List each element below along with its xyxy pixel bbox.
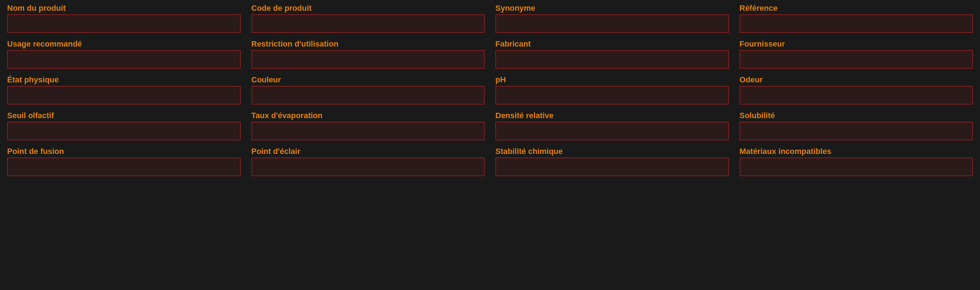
label-etat-physique: État physique bbox=[7, 75, 241, 84]
field-nom-produit: Nom du produit bbox=[7, 3, 241, 33]
label-solubilite: Solubilité bbox=[740, 111, 973, 120]
field-ph: pH bbox=[495, 75, 729, 105]
label-point-fusion: Point de fusion bbox=[7, 147, 241, 156]
field-etat-physique: État physique bbox=[7, 75, 241, 105]
label-materiaux-incompatibles: Matériaux incompatibles bbox=[740, 147, 973, 156]
input-ph[interactable] bbox=[495, 86, 729, 105]
input-fabricant[interactable] bbox=[495, 50, 729, 69]
label-reference: Référence bbox=[740, 3, 973, 13]
input-etat-physique[interactable] bbox=[7, 86, 241, 105]
input-nom-produit[interactable] bbox=[7, 14, 241, 33]
field-restriction-utilisation: Restriction d'utilisation bbox=[251, 39, 485, 69]
label-code-produit: Code de produit bbox=[251, 3, 485, 13]
field-fournisseur: Fournisseur bbox=[740, 39, 973, 69]
label-taux-evaporation: Taux d'évaporation bbox=[251, 111, 485, 120]
input-odeur[interactable] bbox=[740, 86, 973, 105]
input-code-produit[interactable] bbox=[251, 14, 485, 33]
field-seuil-olfactif: Seuil olfactif bbox=[7, 111, 241, 140]
field-synonyme: Synonyme bbox=[495, 3, 729, 33]
label-fournisseur: Fournisseur bbox=[740, 39, 973, 49]
label-ph: pH bbox=[495, 75, 729, 84]
input-fournisseur[interactable] bbox=[740, 50, 973, 69]
label-densite-relative: Densité relative bbox=[495, 111, 729, 120]
label-usage-recommande: Usage recommandé bbox=[7, 39, 241, 49]
field-stabilite-chimique: Stabilité chimique bbox=[495, 147, 729, 176]
field-taux-evaporation: Taux d'évaporation bbox=[251, 111, 485, 140]
field-usage-recommande: Usage recommandé bbox=[7, 39, 241, 69]
label-fabricant: Fabricant bbox=[495, 39, 729, 49]
input-seuil-olfactif[interactable] bbox=[7, 122, 241, 140]
label-synonyme: Synonyme bbox=[495, 3, 729, 13]
field-couleur: Couleur bbox=[251, 75, 485, 105]
field-point-eclair: Point d'éclair bbox=[251, 147, 485, 176]
label-nom-produit: Nom du produit bbox=[7, 3, 241, 13]
label-odeur: Odeur bbox=[740, 75, 973, 84]
input-restriction-utilisation[interactable] bbox=[251, 50, 485, 69]
field-point-fusion: Point de fusion bbox=[7, 147, 241, 176]
input-point-fusion[interactable] bbox=[7, 158, 241, 176]
field-reference: Référence bbox=[740, 3, 973, 33]
field-odeur: Odeur bbox=[740, 75, 973, 105]
label-couleur: Couleur bbox=[251, 75, 485, 84]
main-form: Nom du produit Code de produit Synonyme … bbox=[7, 3, 973, 176]
field-materiaux-incompatibles: Matériaux incompatibles bbox=[740, 147, 973, 176]
input-reference[interactable] bbox=[740, 14, 973, 33]
field-densite-relative: Densité relative bbox=[495, 111, 729, 140]
field-code-produit: Code de produit bbox=[251, 3, 485, 33]
label-restriction-utilisation: Restriction d'utilisation bbox=[251, 39, 485, 49]
input-stabilite-chimique[interactable] bbox=[495, 158, 729, 176]
label-point-eclair: Point d'éclair bbox=[251, 147, 485, 156]
input-materiaux-incompatibles[interactable] bbox=[740, 158, 973, 176]
input-couleur[interactable] bbox=[251, 86, 485, 105]
label-seuil-olfactif: Seuil olfactif bbox=[7, 111, 241, 120]
input-solubilite[interactable] bbox=[740, 122, 973, 140]
input-usage-recommande[interactable] bbox=[7, 50, 241, 69]
field-fabricant: Fabricant bbox=[495, 39, 729, 69]
input-taux-evaporation[interactable] bbox=[251, 122, 485, 140]
input-densite-relative[interactable] bbox=[495, 122, 729, 140]
field-solubilite: Solubilité bbox=[740, 111, 973, 140]
label-stabilite-chimique: Stabilité chimique bbox=[495, 147, 729, 156]
input-point-eclair[interactable] bbox=[251, 158, 485, 176]
input-synonyme[interactable] bbox=[495, 14, 729, 33]
